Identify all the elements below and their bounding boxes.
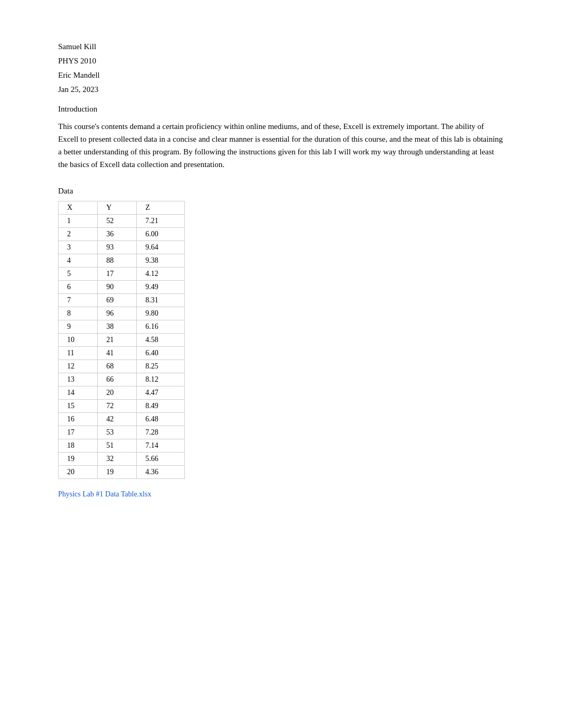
page-content: Samuel Kill PHYS 2010 Eric Mandell Jan 2… (0, 0, 561, 541)
table-row: 1527.21 (59, 215, 185, 228)
table-cell: 41 (98, 347, 137, 360)
table-row: 11416.40 (59, 347, 185, 360)
table-row: 20194.36 (59, 466, 185, 479)
table-cell: 4 (59, 254, 98, 268)
table-cell: 6.40 (137, 347, 185, 360)
table-cell: 4.36 (137, 466, 185, 479)
table-cell: 17 (98, 268, 137, 281)
table-row: 4889.38 (59, 254, 185, 268)
table-row: 10214.58 (59, 334, 185, 347)
table-row: 9386.16 (59, 320, 185, 334)
table-cell: 53 (98, 426, 137, 439)
table-cell: 7 (59, 294, 98, 307)
table-row: 19325.66 (59, 453, 185, 466)
table-cell: 20 (98, 386, 137, 400)
table-cell: 38 (98, 320, 137, 334)
table-row: 7698.31 (59, 294, 185, 307)
table-cell: 15 (59, 400, 98, 413)
col-header-z: Z (137, 201, 185, 215)
table-cell: 9.64 (137, 241, 185, 254)
author-name: Samuel Kill (58, 42, 503, 51)
instructor-name: Eric Mandell (58, 71, 503, 80)
table-cell: 4.58 (137, 334, 185, 347)
table-cell: 20 (59, 466, 98, 479)
table-cell: 14 (59, 386, 98, 400)
table-cell: 90 (98, 281, 137, 294)
table-cell: 9.38 (137, 254, 185, 268)
table-cell: 6.00 (137, 228, 185, 241)
table-row: 3939.64 (59, 241, 185, 254)
table-cell: 32 (98, 453, 137, 466)
table-cell: 69 (98, 294, 137, 307)
table-cell: 4.47 (137, 386, 185, 400)
table-cell: 17 (59, 426, 98, 439)
table-row: 18517.14 (59, 439, 185, 453)
table-row: 5174.12 (59, 268, 185, 281)
table-cell: 5 (59, 268, 98, 281)
table-row: 17537.28 (59, 426, 185, 439)
table-cell: 8.12 (137, 373, 185, 386)
table-cell: 13 (59, 373, 98, 386)
table-cell: 6 (59, 281, 98, 294)
table-cell: 12 (59, 360, 98, 373)
table-cell: 5.66 (137, 453, 185, 466)
data-label: Data (58, 187, 503, 196)
table-row: 12688.25 (59, 360, 185, 373)
file-link[interactable]: Physics Lab #1 Data Table.xlsx (58, 490, 151, 498)
col-header-x: X (59, 201, 98, 215)
table-cell: 7.28 (137, 426, 185, 439)
table-cell: 4.12 (137, 268, 185, 281)
table-cell: 8.49 (137, 400, 185, 413)
table-cell: 19 (59, 453, 98, 466)
table-cell: 9.80 (137, 307, 185, 320)
table-cell: 16 (59, 413, 98, 426)
header-block: Samuel Kill PHYS 2010 Eric Mandell Jan 2… (58, 42, 503, 94)
table-cell: 93 (98, 241, 137, 254)
date: Jan 25, 2023 (58, 85, 503, 94)
table-cell: 8.25 (137, 360, 185, 373)
intro-paragraph: This course's contents demand a certain … (58, 120, 503, 171)
table-cell: 66 (98, 373, 137, 386)
table-row: 8969.80 (59, 307, 185, 320)
table-cell: 10 (59, 334, 98, 347)
table-cell: 6.48 (137, 413, 185, 426)
table-cell: 21 (98, 334, 137, 347)
table-header-row: X Y Z (59, 201, 185, 215)
table-cell: 72 (98, 400, 137, 413)
table-cell: 19 (98, 466, 137, 479)
table-cell: 7.21 (137, 215, 185, 228)
table-row: 13668.12 (59, 373, 185, 386)
col-header-y: Y (98, 201, 137, 215)
table-cell: 51 (98, 439, 137, 453)
table-cell: 1 (59, 215, 98, 228)
table-cell: 3 (59, 241, 98, 254)
table-cell: 36 (98, 228, 137, 241)
table-cell: 11 (59, 347, 98, 360)
table-cell: 8 (59, 307, 98, 320)
table-row: 14204.47 (59, 386, 185, 400)
table-cell: 6.16 (137, 320, 185, 334)
data-table: X Y Z 1527.212366.003939.644889.385174.1… (58, 201, 185, 479)
intro-heading: Introduction (58, 105, 503, 114)
table-cell: 18 (59, 439, 98, 453)
table-cell: 88 (98, 254, 137, 268)
table-cell: 7.14 (137, 439, 185, 453)
table-cell: 9.49 (137, 281, 185, 294)
table-cell: 96 (98, 307, 137, 320)
table-cell: 9 (59, 320, 98, 334)
table-cell: 68 (98, 360, 137, 373)
table-cell: 52 (98, 215, 137, 228)
course-name: PHYS 2010 (58, 57, 503, 66)
table-row: 15728.49 (59, 400, 185, 413)
table-row: 2366.00 (59, 228, 185, 241)
data-section: Data X Y Z 1527.212366.003939.644889.385… (58, 187, 503, 499)
table-cell: 8.31 (137, 294, 185, 307)
table-cell: 42 (98, 413, 137, 426)
table-row: 6909.49 (59, 281, 185, 294)
table-cell: 2 (59, 228, 98, 241)
table-row: 16426.48 (59, 413, 185, 426)
